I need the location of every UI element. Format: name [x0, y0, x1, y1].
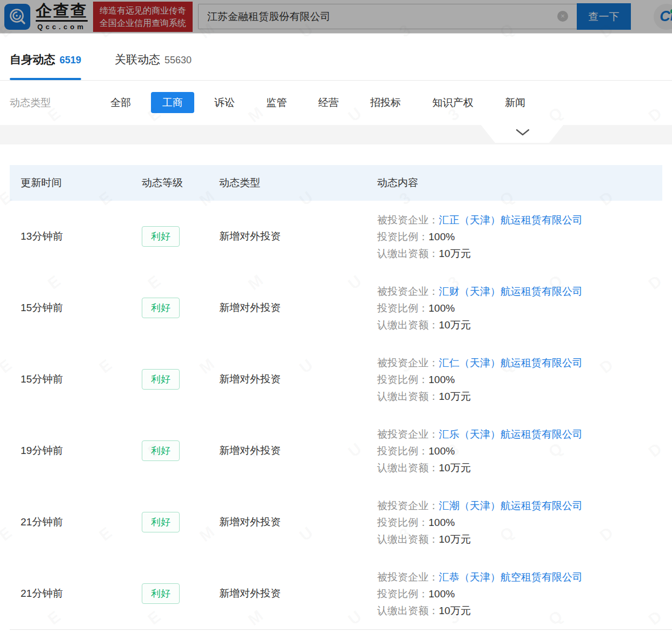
subscribed-amount-line: 认缴出资额：10万元 — [377, 245, 662, 262]
investment-ratio-value: 100% — [429, 588, 455, 600]
slogan-line2: 全国企业信用查询系统 — [100, 17, 186, 29]
invested-company-label: 被投资企业： — [377, 286, 439, 297]
qcc-swirl-icon — [8, 8, 27, 26]
row-update-time: 21分钟前 — [21, 587, 142, 601]
investment-ratio-label: 投资比例： — [377, 517, 429, 528]
qcc-logo-name: 企查查 — [36, 3, 88, 22]
row-dynamic-content: 被投资企业：汇仁（天津）航运租赁有限公司 投资比例：100% 认缴出资额：10万… — [377, 354, 662, 405]
subscribed-amount-line: 认缴出资额：10万元 — [377, 602, 662, 619]
row-update-time: 13分钟前 — [21, 229, 142, 243]
favorable-badge: 利好 — [142, 226, 180, 247]
search-clear-icon[interactable]: × — [557, 11, 568, 22]
filter-option[interactable]: 新闻 — [493, 92, 537, 113]
investment-ratio-label: 投资比例： — [377, 302, 429, 314]
favorable-badge: 利好 — [142, 369, 180, 390]
subscribed-amount-value: 10万元 — [439, 534, 471, 545]
filter-option[interactable]: 全部 — [99, 92, 142, 113]
table-row: 15分钟前 利好 新增对外投资 被投资企业：汇财（天津）航运租赁有限公司 投资比… — [10, 272, 662, 344]
filter-option[interactable]: 招投标 — [359, 92, 412, 113]
search-input[interactable] — [198, 4, 577, 29]
filter-label: 动态类型 — [10, 96, 99, 110]
dynamics-table: 更新时间 动态等级 动态类型 动态内容 13分钟前 利好 新增对外投资 被投资企… — [10, 165, 662, 629]
favorable-badge: 利好 — [142, 298, 180, 318]
chevron-down-icon[interactable] — [512, 127, 533, 139]
investment-ratio-value: 100% — [429, 302, 455, 314]
row-level-cell: 利好 — [142, 512, 219, 532]
invested-company-label: 被投资企业： — [377, 429, 439, 440]
brand-slogan-banner: 缔造有远见的商业传奇 全国企业信用查询系统 — [93, 2, 193, 32]
table-row: 19分钟前 利好 新增对外投资 被投资企业：汇乐（天津）航运租赁有限公司 投资比… — [10, 415, 662, 486]
qcc-logo-domain: Qcc.com — [36, 23, 88, 31]
invested-company-label: 被投资企业： — [377, 214, 439, 226]
table-row: 21分钟前 利好 新增对外投资 被投资企业：汇恭（天津）航空租赁有限公司 投资比… — [10, 558, 662, 629]
investment-ratio-line: 投资比例：100% — [377, 443, 662, 459]
filter-option[interactable]: 工商 — [151, 92, 194, 113]
top-navbar: 企查查 Qcc.com 缔造有远见的商业传奇 全国企业信用查询系统 × 查一下 … — [0, 0, 672, 34]
table-row: 21分钟前 利好 新增对外投资 被投资企业：汇潮（天津）航运租赁有限公司 投资比… — [10, 486, 662, 558]
table-body: 13分钟前 利好 新增对外投资 被投资企业：汇正（天津）航运租赁有限公司 投资比… — [10, 201, 662, 629]
investment-ratio-label: 投资比例： — [377, 231, 429, 242]
row-dynamic-content: 被投资企业：汇正（天津）航运租赁有限公司 投资比例：100% 认缴出资额：10万… — [377, 212, 662, 262]
filter-option[interactable]: 知识产权 — [421, 92, 485, 113]
invested-company-line: 被投资企业：汇乐（天津）航运租赁有限公司 — [377, 426, 662, 443]
tab-self-dynamics[interactable]: 自身动态 6519 — [10, 52, 81, 80]
qcc-account-badge[interactable]: C i — [654, 4, 672, 30]
ci-logo-c: C — [660, 8, 670, 25]
header-dynamic-level: 动态等级 — [142, 176, 219, 190]
filter-option[interactable]: 诉讼 — [203, 92, 246, 113]
row-update-time: 15分钟前 — [21, 301, 142, 315]
filter-collapse-band — [0, 125, 672, 144]
search-area: × 查一下 — [198, 3, 631, 30]
qcc-logo-icon — [4, 4, 30, 30]
investment-ratio-value: 100% — [429, 445, 455, 457]
investment-ratio-label: 投资比例： — [377, 445, 429, 457]
search-button[interactable]: 查一下 — [577, 3, 631, 30]
filter-option[interactable]: 经营 — [307, 92, 350, 113]
subscribed-amount-label: 认缴出资额： — [377, 248, 439, 259]
investment-ratio-line: 投资比例：100% — [377, 300, 662, 317]
subscribed-amount-label: 认缴出资额： — [377, 462, 439, 473]
favorable-badge: 利好 — [142, 512, 180, 532]
tab-related-dynamics-count: 55630 — [164, 55, 192, 66]
invested-company-line: 被投资企业：汇财（天津）航运租赁有限公司 — [377, 283, 662, 300]
header-dynamic-content: 动态内容 — [377, 176, 662, 190]
invested-company-link[interactable]: 汇仁（天津）航运租赁有限公司 — [439, 357, 583, 368]
row-dynamic-content: 被投资企业：汇恭（天津）航空租赁有限公司 投资比例：100% 认缴出资额：10万… — [377, 569, 662, 619]
invested-company-link[interactable]: 汇正（天津）航运租赁有限公司 — [439, 214, 583, 226]
subscribed-amount-value: 10万元 — [439, 391, 471, 402]
row-level-cell: 利好 — [142, 440, 219, 461]
tab-related-dynamics[interactable]: 关联动态 55630 — [115, 52, 192, 80]
row-update-time: 19分钟前 — [21, 444, 142, 458]
row-level-cell: 利好 — [142, 369, 219, 390]
invested-company-label: 被投资企业： — [377, 500, 439, 511]
qcc-logo-text: 企查查 Qcc.com — [36, 3, 88, 31]
invested-company-label: 被投资企业： — [377, 357, 439, 368]
bottom-divider — [10, 629, 672, 630]
row-dynamic-type: 新增对外投资 — [219, 229, 377, 243]
investment-ratio-value: 100% — [429, 374, 455, 385]
slogan-line1: 缔造有远见的商业传奇 — [100, 4, 186, 17]
subscribed-amount-line: 认缴出资额：10万元 — [377, 317, 662, 333]
invested-company-link[interactable]: 汇恭（天津）航空租赁有限公司 — [439, 571, 583, 583]
investment-ratio-label: 投资比例： — [377, 374, 429, 385]
row-dynamic-content: 被投资企业：汇潮（天津）航运租赁有限公司 投资比例：100% 认缴出资额：10万… — [377, 497, 662, 548]
row-dynamic-type: 新增对外投资 — [219, 301, 377, 315]
investment-ratio-value: 100% — [429, 231, 455, 242]
favorable-badge: 利好 — [142, 583, 180, 604]
investment-ratio-line: 投资比例：100% — [377, 585, 662, 602]
filter-option[interactable]: 监管 — [255, 92, 298, 113]
dynamic-type-filter: 动态类型 全部工商诉讼监管经营招投标知识产权新闻 — [0, 81, 672, 125]
invested-company-link[interactable]: 汇潮（天津）航运租赁有限公司 — [439, 500, 583, 511]
invested-company-line: 被投资企业：汇恭（天津）航空租赁有限公司 — [377, 569, 662, 585]
invested-company-link[interactable]: 汇乐（天津）航运租赁有限公司 — [439, 429, 583, 440]
row-level-cell: 利好 — [142, 226, 219, 247]
dynamics-tabs: 自身动态 6519 关联动态 55630 — [0, 34, 672, 81]
invested-company-line: 被投资企业：汇正（天津）航运租赁有限公司 — [377, 212, 662, 228]
qcc-logo[interactable]: 企查查 Qcc.com — [4, 3, 88, 31]
subscribed-amount-label: 认缴出资额： — [377, 391, 439, 402]
invested-company-line: 被投资企业：汇潮（天津）航运租赁有限公司 — [377, 497, 662, 514]
row-dynamic-type: 新增对外投资 — [219, 372, 377, 386]
header-dynamic-type: 动态类型 — [219, 176, 377, 190]
invested-company-link[interactable]: 汇财（天津）航运租赁有限公司 — [439, 286, 583, 297]
subscribed-amount-line: 认缴出资额：10万元 — [377, 388, 662, 405]
